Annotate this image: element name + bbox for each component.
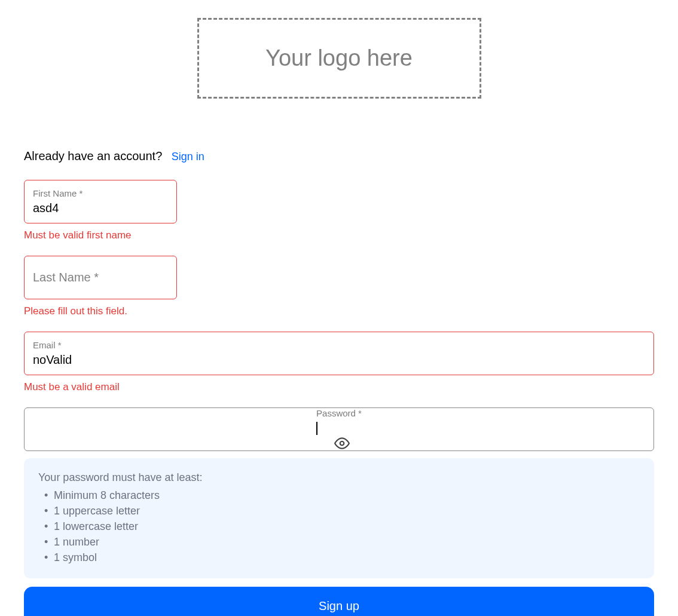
password-hint-item: Minimum 8 characters: [44, 488, 640, 503]
email-label: Email *: [33, 340, 645, 351]
signin-link[interactable]: Sign in: [172, 151, 204, 163]
password-hints: Your password must have at least: Minimu…: [24, 458, 654, 578]
eye-icon[interactable]: [334, 436, 350, 451]
logo-placeholder: Your logo here: [197, 18, 481, 99]
first-name-field-container: First Name * Must be valid first name: [24, 180, 177, 241]
password-label: Password *: [316, 408, 362, 419]
password-hints-list: Minimum 8 characters 1 uppercase letter …: [38, 488, 640, 565]
svg-point-0: [340, 441, 344, 445]
first-name-input[interactable]: [33, 201, 168, 215]
password-field-container: Password *: [24, 407, 654, 451]
email-input[interactable]: [33, 353, 645, 367]
signin-row: Already have an account? Sign in: [24, 149, 654, 163]
password-hint-item: 1 uppercase letter: [44, 503, 640, 519]
last-name-field[interactable]: Last Name *: [24, 256, 177, 299]
signup-button[interactable]: Sign up: [24, 587, 654, 616]
logo-placeholder-text: Your logo here: [265, 45, 413, 71]
password-hint-item: 1 lowercase letter: [44, 519, 640, 534]
last-name-error: Please fill out this field.: [24, 305, 177, 317]
password-field[interactable]: Password *: [24, 407, 654, 451]
last-name-field-container: Last Name * Please fill out this field.: [24, 256, 177, 317]
signin-prompt: Already have an account?: [24, 149, 162, 163]
password-hints-title: Your password must have at least:: [38, 471, 640, 484]
first-name-field[interactable]: First Name *: [24, 180, 177, 223]
email-error: Must be a valid email: [24, 381, 654, 393]
email-field[interactable]: Email *: [24, 332, 654, 375]
first-name-error: Must be valid first name: [24, 229, 177, 241]
first-name-label: First Name *: [33, 188, 168, 199]
last-name-placeholder: Last Name *: [33, 271, 168, 284]
password-hint-item: 1 symbol: [44, 550, 640, 565]
password-hint-item: 1 number: [44, 534, 640, 550]
email-field-container: Email * Must be a valid email: [24, 332, 654, 393]
